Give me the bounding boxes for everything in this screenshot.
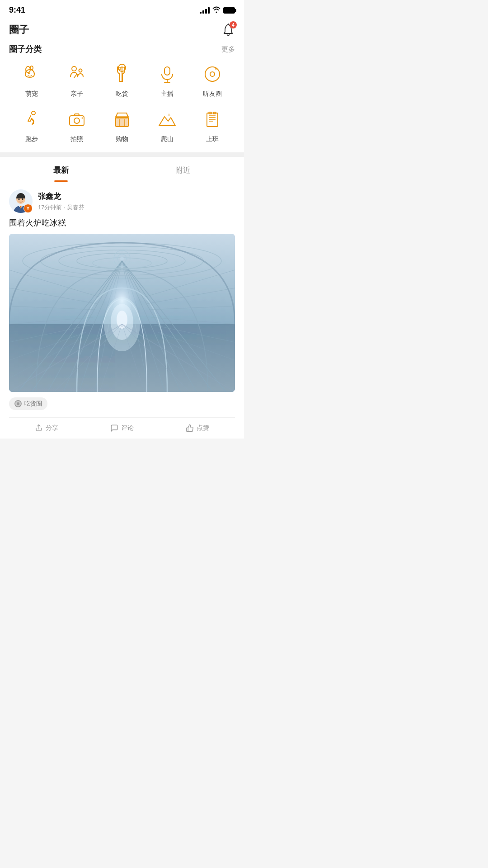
battery-icon <box>223 7 235 14</box>
category-item-food[interactable]: 吃货 <box>99 62 145 98</box>
category-item-climb[interactable]: 爬山 <box>145 107 190 143</box>
svg-rect-8 <box>164 67 170 75</box>
svg-point-5 <box>79 69 82 72</box>
circle-tag-text: 吃货圈 <box>24 400 42 408</box>
post-header: Y 张鑫龙 17分钟前 · 吴春芬 <box>9 189 235 213</box>
office-icon <box>200 107 225 132</box>
signal-icon <box>200 7 210 14</box>
category-item-streamer[interactable]: 主播 <box>145 62 190 98</box>
category-item-pets[interactable]: 萌宠 <box>9 62 54 98</box>
post-meta: 张鑫龙 17分钟前 · 吴春芬 <box>38 191 84 212</box>
category-grid: 萌宠 亲子 <box>9 62 235 143</box>
category-label-pets: 萌宠 <box>25 90 38 98</box>
music-icon <box>200 62 225 86</box>
tab-latest[interactable]: 最新 <box>0 157 122 182</box>
header: 圈子 4 <box>0 19 244 44</box>
page-title: 圈子 <box>9 23 29 37</box>
like-button[interactable]: 点赞 <box>160 418 235 439</box>
tab-nearby[interactable]: 附近 <box>122 157 244 182</box>
mic-icon <box>155 62 179 86</box>
comment-label: 评论 <box>121 424 134 432</box>
pet-icon <box>19 62 44 86</box>
post-time: 17分钟前 · 吴春芬 <box>38 203 84 212</box>
category-item-listen[interactable]: 听友圈 <box>190 62 235 98</box>
svg-point-15 <box>74 118 80 123</box>
svg-point-32 <box>22 198 23 200</box>
camera-icon <box>65 107 89 132</box>
shop-icon <box>110 107 134 132</box>
mountain-icon <box>155 107 179 132</box>
svg-point-4 <box>72 66 76 71</box>
category-section: 圈子分类 更多 萌宠 <box>0 44 244 152</box>
post-author: 张鑫龙 <box>38 191 84 202</box>
status-time: 9:41 <box>9 5 25 15</box>
category-item-work[interactable]: 上班 <box>190 107 235 143</box>
food-icon <box>110 62 134 86</box>
share-label: 分享 <box>46 424 58 432</box>
share-button[interactable]: 分享 <box>9 418 84 439</box>
category-label-streamer: 主播 <box>161 90 174 98</box>
section-divider <box>0 152 244 157</box>
category-label-listen: 听友圈 <box>203 90 222 98</box>
category-label-climb: 爬山 <box>161 135 174 143</box>
post-actions: 分享 评论 点赞 <box>9 417 235 439</box>
category-item-run[interactable]: 跑步 <box>9 107 54 143</box>
svg-rect-17 <box>116 118 128 127</box>
svg-point-2 <box>30 66 33 70</box>
category-label-kids: 亲子 <box>70 90 83 98</box>
comment-button[interactable]: 评论 <box>84 418 160 439</box>
svg-point-3 <box>28 72 30 74</box>
post-title: 围着火炉吃冰糕 <box>9 217 235 228</box>
like-label: 点赞 <box>197 424 209 432</box>
category-label-food: 吃货 <box>116 90 128 98</box>
svg-point-55 <box>117 311 127 329</box>
circle-tag[interactable]: 吃货圈 <box>9 397 47 410</box>
avatar-container: Y <box>9 189 33 213</box>
category-label-work: 上班 <box>206 135 219 143</box>
category-item-photo[interactable]: 拍照 <box>54 107 99 143</box>
svg-line-6 <box>74 74 77 78</box>
svg-point-31 <box>19 198 20 200</box>
category-label-shop: 购物 <box>116 135 128 143</box>
status-icons <box>200 6 235 14</box>
status-bar: 9:41 <box>0 0 244 19</box>
svg-rect-19 <box>115 116 129 118</box>
category-label-photo: 拍照 <box>70 135 83 143</box>
notification-bell[interactable]: 4 <box>221 23 235 37</box>
category-section-title: 圈子分类 <box>9 44 42 55</box>
post-image <box>9 234 235 392</box>
notification-badge: 4 <box>230 21 237 28</box>
run-icon <box>19 107 44 132</box>
svg-point-84 <box>17 402 19 405</box>
family-icon <box>65 62 89 86</box>
svg-point-16 <box>82 118 83 119</box>
svg-rect-22 <box>207 113 218 127</box>
wifi-icon <box>212 6 221 14</box>
category-item-shop[interactable]: 购物 <box>99 107 145 143</box>
svg-point-78 <box>120 257 124 260</box>
more-link[interactable]: 更多 <box>221 45 235 54</box>
category-header: 圈子分类 更多 <box>9 44 235 55</box>
user-badge: Y <box>23 204 33 213</box>
circle-tag-icon <box>14 400 22 407</box>
category-label-run: 跑步 <box>25 135 38 143</box>
svg-point-11 <box>205 67 220 81</box>
feed-tabs: 最新 附近 <box>0 157 244 182</box>
category-item-kids[interactable]: 亲子 <box>54 62 99 98</box>
svg-point-12 <box>210 72 215 76</box>
svg-point-13 <box>32 111 35 115</box>
post-card: Y 张鑫龙 17分钟前 · 吴春芬 围着火炉吃冰糕 <box>0 182 244 439</box>
svg-rect-14 <box>70 116 84 126</box>
